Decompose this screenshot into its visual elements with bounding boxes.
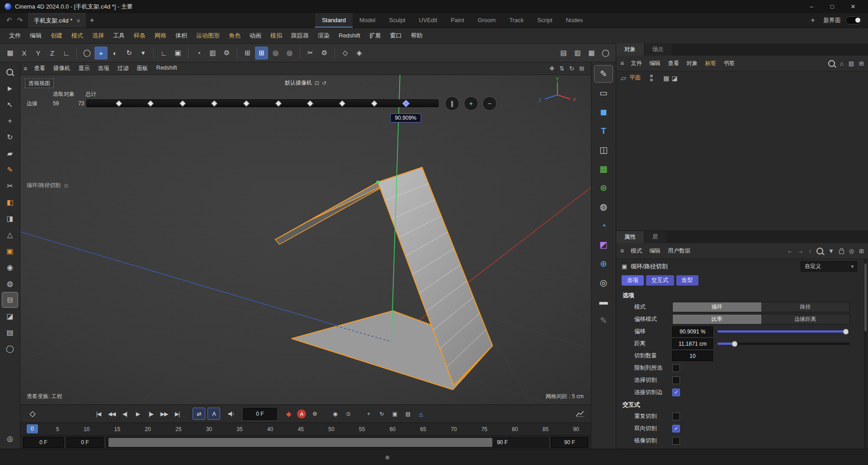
segment-option[interactable]: 路径	[761, 302, 850, 312]
back-icon[interactable]: ←	[787, 248, 793, 254]
object-tree[interactable]: ▱ 平面 ▦ ◪	[616, 71, 868, 230]
tab-attributes[interactable]: 属性	[616, 231, 644, 243]
remove-cut-button[interactable]: −	[482, 96, 497, 111]
layout-tab-standard[interactable]: Standard	[315, 13, 353, 28]
last-tools-icon[interactable]: ▾	[137, 47, 150, 60]
render-picture-viewer-icon[interactable]: ▥	[206, 47, 219, 60]
viewport-menu-redshift[interactable]: Redshift	[152, 65, 181, 72]
layout-tab-track[interactable]: Track	[502, 13, 530, 28]
menu-window[interactable]: 窗口	[386, 28, 406, 43]
layout-tab-paint[interactable]: Paint	[444, 13, 471, 28]
plane-cut-tool-icon[interactable]: ◪	[2, 309, 18, 324]
cut-marker[interactable]	[211, 100, 217, 106]
knife-tool-icon[interactable]: ✂	[2, 178, 18, 193]
asset-browser-icon[interactable]: ◇	[339, 47, 352, 60]
primitive-cube-icon[interactable]: ◼	[594, 103, 613, 120]
brush-tool-icon[interactable]: ◉	[2, 260, 18, 275]
lock-y-icon[interactable]: Y	[32, 47, 45, 60]
attr-button-options[interactable]: 选项	[622, 275, 644, 286]
menu-extensions[interactable]: 扩展	[365, 28, 386, 43]
material-pen-icon[interactable]: ✎	[594, 312, 613, 329]
add-layout-button[interactable]: +	[807, 16, 819, 24]
view-label[interactable]: 透视视图	[25, 79, 54, 88]
next-key-button[interactable]: ▶▶	[158, 408, 170, 419]
record-position-button[interactable]: +	[363, 408, 374, 419]
tab-objects[interactable]: 对象	[616, 43, 644, 56]
checkbox[interactable]	[672, 437, 680, 445]
new-ui-label[interactable]: 新界面	[823, 16, 841, 24]
workplane-align-icon[interactable]: ◎	[283, 47, 296, 60]
slider-handle[interactable]	[732, 341, 738, 347]
document-tab[interactable]: 手机支架.c4d * ×	[28, 13, 86, 28]
scrollbar[interactable]	[864, 259, 867, 449]
object-menu-tags[interactable]: 标签	[701, 60, 720, 67]
filter-icon[interactable]: ▤	[849, 60, 854, 67]
menu-file[interactable]: 文件	[5, 28, 25, 43]
range-end-field[interactable]: 90 F	[551, 437, 588, 448]
lock-icon[interactable]	[839, 250, 844, 254]
viewport-zoom-icon[interactable]	[2, 65, 18, 80]
value-input[interactable]: 11.1871 cm	[672, 338, 713, 349]
camera-label-group[interactable]: 默认摄像机 ⊡ ↺	[285, 79, 326, 87]
range-start-thumb-label[interactable]: 0 F	[66, 437, 104, 448]
maximize-button[interactable]: □	[822, 0, 843, 13]
loop-toggle[interactable]: ⇄	[193, 408, 205, 420]
attr-button-interactive[interactable]: 交互式	[646, 275, 674, 286]
lock-z-icon[interactable]: Z	[46, 47, 59, 60]
rotate-tool-icon[interactable]: ↻	[123, 47, 136, 60]
camera-reset-icon[interactable]: ↺	[322, 80, 326, 86]
pan-view-icon[interactable]: ✥	[549, 65, 554, 72]
coordinate-axis-icon[interactable]: ∟	[157, 47, 170, 60]
plane-object-icon[interactable]: ▱	[621, 74, 626, 82]
pen-tool-icon[interactable]: ✎	[2, 162, 18, 177]
lock-x-icon[interactable]: X	[18, 47, 31, 60]
record-rotation-button[interactable]: ↻	[376, 408, 387, 419]
record-parameter-button[interactable]: ▤	[402, 408, 414, 419]
object-menu-view[interactable]: 查看	[664, 60, 683, 67]
menu-tools[interactable]: 工具	[108, 28, 129, 43]
camera-object-icon[interactable]: ◎	[594, 274, 613, 291]
cut-marker[interactable]	[147, 100, 154, 106]
home-icon[interactable]: ⌂	[840, 60, 844, 67]
current-frame-display[interactable]: 0 F	[243, 408, 277, 420]
focus-icon[interactable]: ◎	[849, 248, 854, 254]
checkbox[interactable]	[672, 376, 680, 384]
goto-start-button[interactable]: |◀	[93, 408, 104, 419]
layout-tab-uvedit[interactable]: UVEdit	[412, 13, 444, 28]
tab-takes[interactable]: 场次	[644, 43, 672, 56]
checkbox[interactable]	[672, 413, 680, 420]
keyframe-settings-button[interactable]: ⚙	[309, 408, 321, 419]
cube-tool-icon[interactable]: ▣	[2, 244, 18, 258]
checkbox[interactable]: ✓	[672, 425, 680, 432]
spline-pen-icon[interactable]: ✎	[594, 66, 613, 82]
play-button[interactable]: ▶	[132, 408, 144, 419]
record-scale-button[interactable]: ▣	[389, 408, 401, 419]
layout-tab-nodes[interactable]: Nodes	[559, 13, 590, 28]
select-arrow-icon[interactable]: ►	[2, 81, 18, 96]
menu-tracker[interactable]: 跟踪器	[287, 28, 313, 43]
render-settings-icon[interactable]: ⚙	[220, 47, 233, 60]
cut-marker[interactable]	[307, 100, 313, 106]
object-name[interactable]: 平面	[629, 74, 641, 82]
value-input[interactable]: 90.9091 %	[672, 326, 713, 337]
layout-tab-script[interactable]: Script	[530, 13, 559, 28]
autokey-button[interactable]: A	[297, 409, 306, 418]
extrude-tool-icon[interactable]: ◧	[2, 195, 18, 210]
segmented-control[interactable]: 比率边缘距离	[672, 314, 850, 324]
attr-search-icon[interactable]	[816, 248, 823, 254]
preset-dropdown[interactable]: 自定义	[801, 261, 848, 272]
scale-tool-icon[interactable]: ◐	[108, 47, 122, 60]
add-keyframe-button[interactable]: ◇	[27, 409, 38, 418]
workplane-mode-icon[interactable]: ◎	[269, 47, 282, 60]
layout-tab-model[interactable]: Model	[353, 13, 382, 28]
subdivision-surface-icon[interactable]: ◫	[594, 141, 613, 158]
cut-marker[interactable]	[275, 100, 282, 106]
keyframe-mode-toggle[interactable]: A	[208, 408, 220, 420]
menu-mode[interactable]: 模式	[67, 28, 88, 43]
next-frame-button[interactable]: |▶	[145, 408, 157, 419]
viewport-menu-display[interactable]: 显示	[75, 65, 94, 72]
modeling-axis-icon[interactable]: ✂	[304, 47, 317, 60]
stage-object-icon[interactable]: ▬	[594, 293, 613, 310]
cut-marker[interactable]	[115, 100, 122, 106]
modeling-settings-icon[interactable]: ⚙	[318, 47, 331, 60]
